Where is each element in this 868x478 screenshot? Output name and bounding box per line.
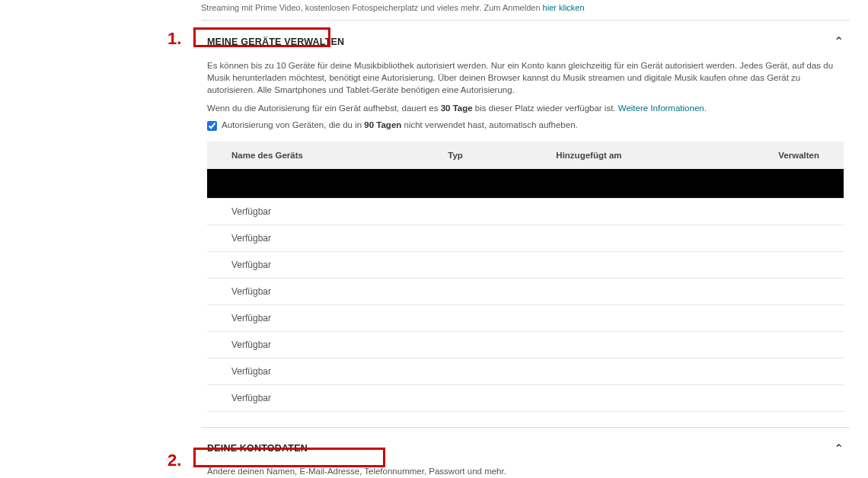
section-devices-header[interactable]: MEINE GERÄTE VERWALTEN ⌃ (201, 21, 850, 59)
devices-description-1: Es können bis zu 10 Geräte für deine Mus… (207, 59, 844, 96)
top-intro-text: Streaming mit Prime Video, kostenlosen F… (201, 0, 850, 20)
chevron-up-icon: ⌃ (834, 441, 844, 456)
table-row: Verfügbar (207, 331, 844, 358)
table-row: Verfügbar (207, 384, 844, 411)
auto-deauth-checkbox[interactable] (207, 121, 217, 131)
section-account: DEINE KONTODATEN ⌃ Ändere deinen Namen, … (201, 427, 850, 478)
section-account-header[interactable]: DEINE KONTODATEN ⌃ (201, 428, 850, 467)
section-account-title: DEINE KONTODATEN (207, 443, 308, 454)
col-added: Hinzugefügt am (531, 142, 704, 169)
annotation-1: 1. (168, 29, 181, 49)
top-intro-pre: Streaming mit Prime Video, kostenlosen F… (201, 3, 543, 12)
auto-deauth-label: Autorisierung von Geräten, die du in 90 … (222, 120, 578, 129)
account-description: Ändere deinen Namen, E-Mail-Adresse, Tel… (207, 467, 844, 476)
annotation-2: 2. (168, 451, 181, 470)
col-type: Typ (423, 142, 531, 169)
chevron-up-icon: ⌃ (834, 34, 844, 49)
col-device-name: Name des Geräts (207, 142, 423, 169)
col-manage: Verwalten (704, 142, 844, 169)
redacted-device-row (207, 169, 844, 198)
devices-table: Name des Geräts Typ Hinzugefügt am Verwa… (207, 142, 844, 412)
more-info-link[interactable]: Weitere Informationen. (618, 104, 707, 113)
table-row: Verfügbar (207, 225, 844, 251)
table-row: Verfügbar (207, 198, 844, 225)
section-devices: MEINE GERÄTE VERWALTEN ⌃ Es können bis z… (201, 20, 850, 427)
table-row: Verfügbar (207, 278, 844, 304)
table-row: Verfügbar (207, 251, 844, 278)
signup-link[interactable]: hier klicken (543, 3, 585, 12)
section-devices-title: MEINE GERÄTE VERWALTEN (207, 37, 344, 47)
table-row: Verfügbar (207, 304, 844, 331)
devices-description-2: Wenn du die Autorisierung für ein Gerät … (207, 102, 844, 114)
table-row: Verfügbar (207, 358, 844, 384)
